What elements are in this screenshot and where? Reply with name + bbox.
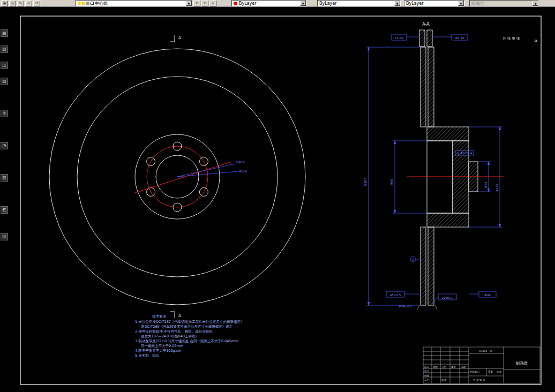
tb-approve-label: 批准: [441, 379, 447, 381]
tech-req-title: 技术要求: [152, 314, 167, 319]
cut-label-bottom: A: [178, 313, 182, 318]
drawing-number: 07A04—21: [479, 350, 493, 352]
side-tool-8-icon[interactable]: ◩: [1, 206, 8, 214]
center-line: [135, 162, 231, 193]
disc-plate-section: [421, 227, 426, 305]
toolbar-spacer: [466, 3, 468, 4]
dim-label: 22±0.1: [442, 296, 453, 299]
tb-check-label: 校核: [424, 374, 430, 377]
section-view: A-A 11.80 Φ7.10 Φ302 Φ60: [364, 22, 504, 310]
dropdown-arrow-icon[interactable]: ▼: [186, 1, 192, 6]
dim-bore: Φ60: [390, 179, 393, 185]
front-view: 6-Φ10 Φ114 A A: [49, 35, 305, 318]
chamfer-line: [417, 305, 419, 310]
undo-tool-icon[interactable]: ↺: [33, 1, 40, 6]
tb-sheet-label: 共 张 第 张: [473, 379, 485, 381]
dim-hub: Φ137: [496, 183, 499, 191]
dim-label: 11.80: [395, 36, 403, 40]
hub-top-flange: [427, 127, 469, 141]
disc-plate-section: [428, 47, 434, 127]
toolbar-spacer: [218, 3, 230, 4]
hub-bore: [427, 141, 453, 213]
side-tool-9-icon[interactable]: ▤: [1, 233, 8, 240]
grid-tool-icon[interactable]: ⌗: [25, 1, 32, 6]
color-combo-value: ByLayer: [239, 1, 257, 6]
tech-req-line: 4.静不平衡量不大于100g.cm: [135, 349, 182, 353]
dim-bolt-circle: Φ114: [239, 170, 247, 173]
dropdown-arrow-icon[interactable]: ▼: [458, 1, 464, 6]
match-tool-icon[interactable]: ⌖: [209, 1, 216, 6]
tb-scale-label: 比例: [497, 371, 502, 374]
layer-on-icon: [78, 2, 81, 5]
sheet-count-note: 共 张 第 张: [502, 36, 520, 41]
linetype-combo-value: ByLayer: [319, 1, 337, 6]
hub-bottom-flange: [427, 213, 469, 227]
new-tool-icon[interactable]: ▣: [1, 1, 8, 6]
linetype-combo[interactable]: ByLayer ▼: [317, 0, 401, 6]
color-combo[interactable]: ByLayer ▼: [231, 0, 306, 6]
disc-plate-section: [421, 47, 426, 127]
layer-freeze-icon: [82, 2, 85, 5]
drawing-canvas[interactable]: 共 张 第 张 ⌀ 6-Φ10 Φ114 A A A-A 11: [0, 6, 555, 392]
tech-req-line: 同一截面上不大于0.03mm: [141, 344, 183, 348]
tech-req-line: 1.未注公差按QC/T267《汽车切削加工零件未注公差尺寸的极限偏差》: [135, 320, 244, 324]
dim-label: Φ98: [484, 293, 491, 297]
side-tool-6-icon[interactable]: ◔: [1, 142, 8, 149]
tb-header-cell: 签名: [451, 366, 456, 368]
dim-overall: Φ302: [364, 178, 367, 186]
tech-requirements: 技术要求 1.未注公差按QC/T267《汽车切削加工零件未注公差尺寸的极限偏差》…: [135, 314, 244, 358]
dim-label: 45±0.5: [390, 293, 401, 297]
top-toolbar: ▣ ⎙ ✎ ⌗ ↺ 中心线 ▼ ✦ ✦ ⌖ ByLayer ▼ ByLayer …: [0, 0, 555, 7]
side-tool-1-icon[interactable]: ▦: [1, 29, 8, 37]
edit-tool-icon[interactable]: ✎: [17, 1, 24, 6]
dim-note-bottom: Φ34±0.2: [399, 305, 412, 308]
tech-req-line: 2.铸件应时效处理,不得有气孔、裂纹、疏松等缺陷: [135, 329, 213, 334]
bolt-detail-left: [419, 30, 425, 47]
toolbar-spacer: [308, 3, 316, 4]
tb-design-label: 设计: [424, 370, 430, 373]
dim-pilot: Φ64: [484, 182, 488, 188]
current-color-swatch: [234, 2, 237, 5]
dim-bolt-holes: 6-Φ10: [236, 161, 245, 164]
dim-label: Φ7.10: [455, 36, 464, 40]
tb-header-cell: 标记: [424, 365, 430, 369]
lineweight-combo-value: ByLayer: [406, 1, 424, 6]
part-name: 制动盘: [515, 361, 528, 366]
gdt-label: ◎ Φ0.05 A: [457, 152, 472, 155]
cut-label-top: A: [178, 35, 182, 40]
toolbar-spacer: [402, 3, 403, 4]
tech-req-line: 3.制动盘厚度(22±0.1)尺寸偏差处,在同一圆周上不大于0.045mm: [135, 339, 238, 343]
dropdown-arrow-icon: ▼: [532, 1, 538, 6]
side-tool-3-icon[interactable]: ◫: [1, 62, 8, 69]
title-block: 07A04—21 制动盘 标记 处数 分区 签名 日期 设计 校核 工艺 批准 …: [423, 347, 540, 383]
side-tool-7-icon[interactable]: ▥: [1, 174, 8, 182]
plotstyle-combo-value: 随颜色: [471, 1, 484, 6]
section-title: A-A: [422, 22, 430, 27]
layer-combo-value: 中心线: [95, 1, 108, 6]
layer-color-chip: [91, 2, 94, 5]
layer-combo[interactable]: 中心线 ▼: [76, 0, 192, 6]
dropdown-arrow-icon[interactable]: ▼: [394, 1, 400, 6]
tech-req-line: 硬度为187—241HB(指R40上铸铁): [140, 334, 197, 338]
lineweight-combo[interactable]: ByLayer ▼: [404, 0, 464, 6]
tb-weight-label: 重量: [488, 370, 493, 373]
disc-plate-section: [428, 227, 434, 305]
print-tool-icon[interactable]: ⎙: [9, 1, 16, 6]
tb-header-cell: 分区: [441, 365, 447, 368]
side-tool-2-icon[interactable]: ▧: [1, 46, 8, 53]
tech-req-line: 及QC/T269《汽车铸造零件未注公差尺寸的极限偏差》规定: [141, 325, 233, 329]
tb-header-cell: 处数: [433, 365, 438, 368]
tb-process-label: 工艺: [424, 378, 430, 381]
layer-prev-tool-icon[interactable]: ✦: [201, 1, 208, 6]
side-tool-4-icon[interactable]: ▨: [1, 78, 8, 85]
toolbar-spacer: [41, 3, 74, 4]
datum-label: A: [412, 258, 414, 261]
layer-lock-icon: [86, 2, 89, 5]
tech-req-line: 5.去毛刺、锐边: [135, 353, 160, 358]
tb-stage-label: 阶段标记: [470, 370, 480, 374]
chamfer-line: [435, 305, 437, 310]
dropdown-arrow-icon[interactable]: ▼: [300, 1, 306, 6]
make-layer-tool-icon[interactable]: ✦: [193, 1, 200, 6]
plotstyle-combo: 随颜色 ▼: [469, 0, 539, 6]
side-tool-5-icon[interactable]: ✛: [1, 110, 8, 117]
